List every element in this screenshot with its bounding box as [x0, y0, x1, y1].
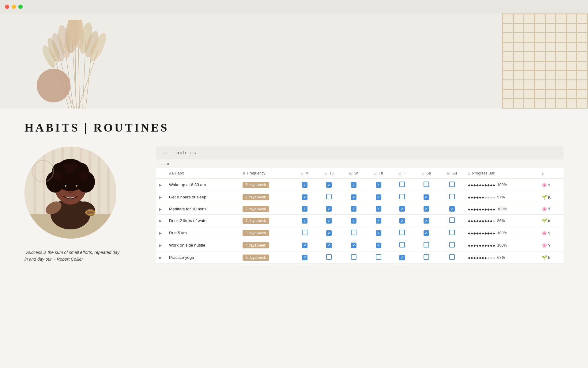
checkbox-fri[interactable]: ✓ [399, 255, 405, 260]
day-sun-cell[interactable]: ✓ [439, 203, 465, 215]
day-sat-cell[interactable]: ✓ [413, 215, 439, 227]
checkbox-mon[interactable] [302, 230, 307, 235]
checkbox-sun[interactable] [449, 182, 455, 187]
expand-arrow-icon[interactable]: ▶ [159, 207, 162, 211]
day-fri-cell[interactable] [391, 191, 413, 203]
day-tue-cell[interactable] [316, 191, 341, 203]
day-fri-cell[interactable]: ✓ [391, 251, 413, 264]
checkbox-mon[interactable]: ✓ [302, 194, 307, 200]
day-tue-cell[interactable]: ✓ [316, 179, 341, 191]
day-wed-cell[interactable]: ✓ [341, 215, 366, 227]
checkbox-thu[interactable] [376, 254, 381, 260]
day-wed-cell[interactable]: ✓ [341, 239, 366, 251]
day-wed-cell[interactable] [341, 227, 366, 239]
checkbox-sun[interactable] [449, 242, 455, 247]
day-fri-cell[interactable] [391, 239, 413, 251]
checkbox-tue[interactable]: ✓ [326, 243, 332, 248]
checkbox-wed[interactable] [351, 254, 356, 260]
day-wed-cell[interactable] [341, 251, 366, 264]
checkbox-tue[interactable]: ✓ [326, 182, 332, 188]
checkbox-sat[interactable] [424, 254, 429, 260]
checkbox-thu[interactable]: ✓ [376, 206, 381, 212]
checkbox-fri[interactable]: ✓ [399, 206, 405, 212]
checkbox-wed[interactable] [351, 230, 356, 235]
checkbox-mon[interactable]: ✓ [302, 206, 307, 212]
expand-arrow-icon[interactable]: ▶ [159, 256, 162, 259]
checkbox-tue[interactable]: ✓ [326, 230, 332, 236]
checkbox-sat[interactable] [424, 242, 429, 247]
checkbox-sun[interactable] [449, 194, 455, 199]
checkbox-thu[interactable]: ✓ [376, 194, 381, 200]
day-tue-cell[interactable]: ✓ [316, 203, 341, 215]
checkbox-thu[interactable]: ✓ [376, 218, 381, 224]
day-mon-cell[interactable]: ✓ [293, 179, 316, 191]
checkbox-sun[interactable]: ✓ [449, 206, 455, 212]
day-sun-cell[interactable] [439, 251, 465, 264]
checkbox-mon[interactable]: ✓ [302, 182, 307, 188]
expand-arrow-cell[interactable]: ▶ [156, 215, 166, 227]
checkbox-sat[interactable] [424, 182, 429, 187]
expand-arrow-icon[interactable]: ▶ [159, 195, 162, 199]
day-thu-cell[interactable]: ✓ [366, 215, 391, 227]
day-tue-cell[interactable]: ✓ [316, 215, 341, 227]
minimize-button[interactable] [12, 5, 16, 9]
expand-arrow-cell[interactable]: ▶ [156, 203, 166, 215]
day-wed-cell[interactable]: ✓ [341, 203, 366, 215]
day-sat-cell[interactable]: ✓ [413, 191, 439, 203]
checkbox-sat[interactable]: ✓ [424, 206, 429, 212]
day-sat-cell[interactable] [413, 251, 439, 264]
day-mon-cell[interactable] [293, 227, 316, 239]
checkbox-thu[interactable]: ✓ [376, 243, 381, 248]
checkbox-fri[interactable]: ✓ [399, 218, 405, 224]
day-sun-cell[interactable] [439, 239, 465, 251]
day-sat-cell[interactable]: ✓ [413, 203, 439, 215]
checkbox-tue[interactable]: ✓ [326, 218, 332, 224]
checkbox-fri[interactable] [399, 194, 405, 199]
checkbox-fri[interactable] [399, 182, 405, 187]
day-tue-cell[interactable]: ✓ [316, 227, 341, 239]
expand-arrow-cell[interactable]: ▶ [156, 251, 166, 264]
day-tue-cell[interactable]: ✓ [316, 239, 341, 251]
checkbox-sat[interactable]: ✓ [424, 218, 429, 224]
day-thu-cell[interactable]: ✓ [366, 227, 391, 239]
expand-arrow-icon[interactable]: ▶ [159, 231, 162, 235]
day-sun-cell[interactable] [439, 179, 465, 191]
day-sun-cell[interactable] [439, 215, 465, 227]
checkbox-wed[interactable]: ✓ [351, 218, 356, 224]
expand-arrow-icon[interactable]: ▶ [159, 183, 162, 187]
day-thu-cell[interactable]: ✓ [366, 239, 391, 251]
day-thu-cell[interactable]: ✓ [366, 191, 391, 203]
checkbox-sat[interactable]: ✓ [424, 230, 429, 236]
checkbox-sun[interactable] [449, 217, 455, 223]
expand-arrow-icon[interactable]: ▶ [159, 243, 162, 247]
expand-arrow-icon[interactable]: ▶ [159, 219, 162, 223]
day-fri-cell[interactable]: ✓ [391, 203, 413, 215]
checkbox-tue[interactable]: ✓ [326, 206, 332, 212]
day-thu-cell[interactable]: ✓ [366, 203, 391, 215]
day-sat-cell[interactable]: ✓ [413, 227, 439, 239]
expand-arrow-cell[interactable]: ▶ [156, 227, 166, 239]
close-button[interactable] [5, 5, 9, 9]
day-mon-cell[interactable]: ✓ [293, 215, 316, 227]
checkbox-sun[interactable] [449, 254, 455, 260]
checkbox-wed[interactable]: ✓ [351, 206, 356, 212]
checkbox-thu[interactable]: ✓ [376, 230, 381, 236]
checkbox-wed[interactable]: ✓ [351, 243, 356, 248]
day-fri-cell[interactable] [391, 227, 413, 239]
day-fri-cell[interactable] [391, 179, 413, 191]
checkbox-sat[interactable]: ✓ [424, 194, 429, 200]
checkbox-fri[interactable] [399, 242, 405, 247]
day-thu-cell[interactable] [366, 251, 391, 264]
day-thu-cell[interactable]: ✓ [366, 179, 391, 191]
checkbox-mon[interactable]: ✓ [302, 218, 307, 224]
checkbox-tue[interactable] [326, 194, 332, 199]
day-mon-cell[interactable]: ✓ [293, 251, 316, 264]
checkbox-tue[interactable] [326, 254, 332, 260]
day-mon-cell[interactable]: ✓ [293, 203, 316, 215]
checkbox-wed[interactable]: ✓ [351, 182, 356, 188]
checkbox-fri[interactable] [399, 230, 405, 235]
day-sat-cell[interactable] [413, 239, 439, 251]
day-mon-cell[interactable]: ✓ [293, 191, 316, 203]
day-wed-cell[interactable]: ✓ [341, 191, 366, 203]
day-tue-cell[interactable] [316, 251, 341, 264]
